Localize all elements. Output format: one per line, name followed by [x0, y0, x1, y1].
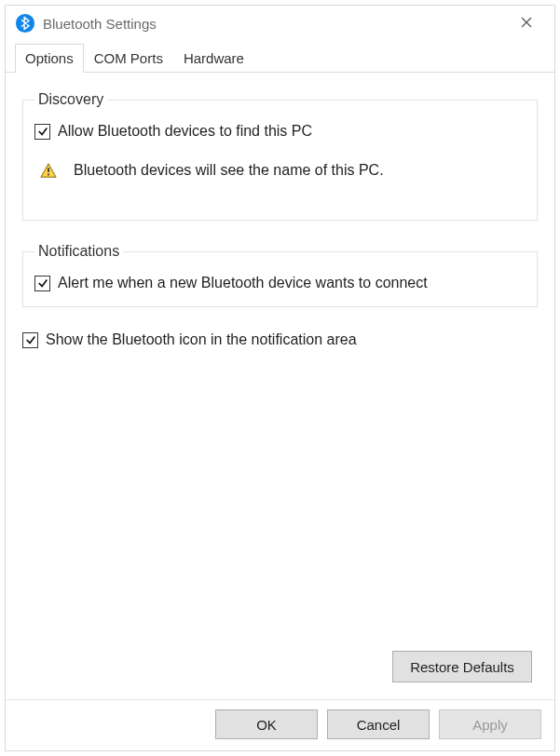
show-icon-row: Show the Bluetooth icon in the notificat…: [22, 331, 538, 348]
svg-rect-4: [48, 168, 49, 172]
show-icon-checkbox[interactable]: [22, 332, 38, 348]
tab-row: Options COM Ports Hardware: [6, 43, 554, 73]
apply-button: Apply: [439, 709, 541, 739]
cancel-button[interactable]: Cancel: [327, 709, 430, 739]
checkmark-icon: [37, 277, 48, 289]
allow-discovery-label: Allow Bluetooth devices to find this PC: [58, 123, 312, 140]
warning-icon: [40, 162, 57, 179]
notifications-legend: Notifications: [34, 243, 123, 260]
close-button[interactable]: [508, 9, 545, 37]
checkmark-icon: [25, 334, 36, 345]
alert-connect-label: Alert me when a new Bluetooth device wan…: [58, 275, 428, 291]
restore-defaults-row: Restore Defaults: [22, 651, 538, 682]
titlebar: Bluetooth Settings: [6, 6, 554, 41]
bluetooth-settings-dialog: Bluetooth Settings Options COM Ports Har…: [5, 5, 555, 751]
content-spacer: [22, 348, 538, 651]
window-title: Bluetooth Settings: [43, 16, 508, 32]
dialog-button-bar: OK Cancel Apply: [6, 699, 554, 750]
restore-defaults-button[interactable]: Restore Defaults: [392, 651, 532, 682]
discovery-info-text: Bluetooth devices will see the name of t…: [74, 162, 384, 179]
checkmark-icon: [37, 126, 48, 137]
close-icon: [521, 16, 532, 31]
options-panel: Discovery Allow Bluetooth devices to fin…: [6, 73, 554, 699]
notifications-group: Notifications Alert me when a new Blueto…: [22, 243, 538, 307]
allow-discovery-row: Allow Bluetooth devices to find this PC: [34, 123, 526, 140]
ok-button[interactable]: OK: [215, 709, 318, 739]
allow-discovery-checkbox[interactable]: [34, 124, 50, 140]
discovery-info-row: Bluetooth devices will see the name of t…: [34, 162, 526, 179]
discovery-group: Discovery Allow Bluetooth devices to fin…: [22, 91, 538, 221]
discovery-legend: Discovery: [34, 91, 107, 108]
bluetooth-icon: [15, 13, 35, 34]
svg-rect-5: [48, 174, 49, 176]
alert-connect-checkbox[interactable]: [34, 276, 50, 291]
tab-com-ports[interactable]: COM Ports: [84, 44, 173, 73]
show-icon-label: Show the Bluetooth icon in the notificat…: [46, 331, 357, 348]
tab-hardware[interactable]: Hardware: [173, 44, 254, 73]
tab-options[interactable]: Options: [15, 44, 84, 73]
alert-connect-row: Alert me when a new Bluetooth device wan…: [34, 275, 526, 291]
